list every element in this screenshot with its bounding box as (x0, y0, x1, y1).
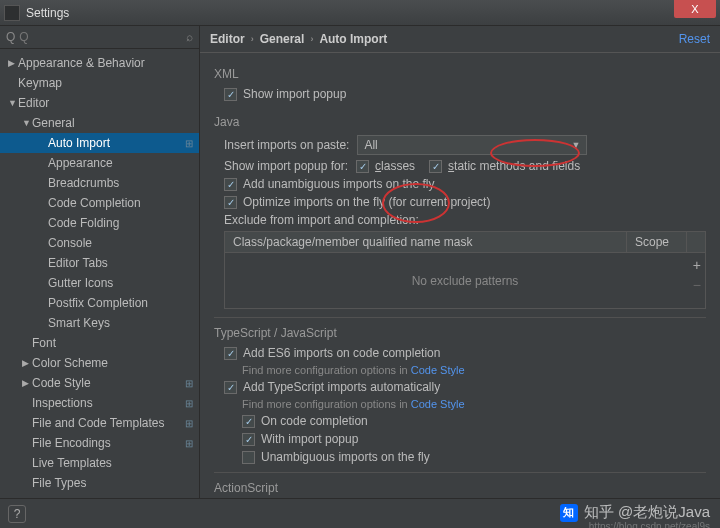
tree-item-editor-tabs[interactable]: Editor Tabs (0, 253, 199, 273)
settings-form: XML Show import popup Java Insert import… (200, 53, 720, 498)
titlebar: Settings X (0, 0, 720, 26)
tree-label: Font (32, 336, 56, 350)
breadcrumb: Editor › General › Auto Import Reset (200, 26, 720, 53)
tree-item-file-types[interactable]: File Types (0, 473, 199, 493)
tree-label: Inspections (32, 396, 93, 410)
tree-arrow-icon: ▼ (8, 98, 18, 108)
config-icon: ⊞ (185, 438, 193, 449)
ts-auto-checkbox[interactable] (224, 381, 237, 394)
tree-label: Editor Tabs (48, 256, 108, 270)
tree-item-file-encodings[interactable]: File Encodings⊞ (0, 433, 199, 453)
unambiguous-fly-checkbox[interactable] (242, 451, 255, 464)
search-icon: Q (6, 30, 15, 44)
tree-label: Smart Keys (48, 316, 110, 330)
search-bar: Q ⌕ (0, 26, 199, 49)
settings-tree: ▶Appearance & BehaviorKeymap▼Editor▼Gene… (0, 49, 199, 498)
help-button[interactable]: ? (8, 505, 26, 523)
tree-item-code-folding[interactable]: Code Folding (0, 213, 199, 233)
window-title: Settings (26, 6, 674, 20)
code-style-link-2[interactable]: Code Style (411, 398, 465, 410)
static-label: static methods and fields (448, 159, 580, 173)
es6-imports-label: Add ES6 imports on code completion (243, 346, 440, 360)
config-icon: ⊞ (185, 138, 193, 149)
search-filter-icon[interactable]: ⌕ (186, 30, 193, 44)
tree-arrow-icon: ▶ (8, 58, 18, 68)
tree-label: Code Style (32, 376, 91, 390)
tree-item-appearance-behavior[interactable]: ▶Appearance & Behavior (0, 53, 199, 73)
section-actionscript: ActionScript (214, 481, 706, 495)
crumb-auto-import: Auto Import (319, 32, 387, 46)
section-java: Java (214, 115, 706, 129)
with-popup-label: With import popup (261, 432, 358, 446)
on-completion-checkbox[interactable] (242, 415, 255, 428)
close-button[interactable]: X (674, 0, 716, 18)
app-icon (4, 5, 20, 21)
tree-label: Android Layout Editor (32, 496, 147, 498)
crumb-general[interactable]: General (260, 32, 305, 46)
config-icon: ⊞ (185, 418, 193, 429)
es6-imports-checkbox[interactable] (224, 347, 237, 360)
tree-label: Console (48, 236, 92, 250)
sidebar: Q ⌕ ▶Appearance & BehaviorKeymap▼Editor▼… (0, 26, 200, 498)
tree-item-font[interactable]: Font (0, 333, 199, 353)
section-xml: XML (214, 67, 706, 81)
static-checkbox[interactable] (429, 160, 442, 173)
tree-item-auto-import[interactable]: Auto Import⊞ (0, 133, 199, 153)
code-style-link[interactable]: Code Style (411, 364, 465, 376)
optimize-imports-label: Optimize imports on the fly (for current… (243, 195, 490, 209)
xml-show-popup-label: Show import popup (243, 87, 346, 101)
tree-item-postfix-completion[interactable]: Postfix Completion (0, 293, 199, 313)
tree-label: Keymap (18, 76, 62, 90)
with-popup-checkbox[interactable] (242, 433, 255, 446)
tree-item-console[interactable]: Console (0, 233, 199, 253)
crumb-editor[interactable]: Editor (210, 32, 245, 46)
tree-label: File and Code Templates (32, 416, 165, 430)
content-panel: Editor › General › Auto Import Reset XML… (200, 26, 720, 498)
tree-item-file-and-code-templates[interactable]: File and Code Templates⊞ (0, 413, 199, 433)
unambiguous-fly-label: Unambiguous imports on the fly (261, 450, 430, 464)
tree-item-android-layout-editor[interactable]: Android Layout Editor (0, 493, 199, 498)
exclude-col-scope: Scope (627, 232, 687, 252)
classes-checkbox[interactable] (356, 160, 369, 173)
section-ts: TypeScript / JavaScript (214, 326, 706, 340)
tree-label: Color Scheme (32, 356, 108, 370)
insert-imports-value: All (364, 138, 377, 152)
tree-item-gutter-icons[interactable]: Gutter Icons (0, 273, 199, 293)
insert-imports-select[interactable]: All ▼ (357, 135, 587, 155)
divider (214, 317, 706, 318)
tree-label: Gutter Icons (48, 276, 113, 290)
exclude-label: Exclude from import and completion: (224, 213, 419, 227)
tree-label: General (32, 116, 75, 130)
tree-label: Editor (18, 96, 49, 110)
config-icon: ⊞ (185, 398, 193, 409)
tree-item-live-templates[interactable]: Live Templates (0, 453, 199, 473)
tree-item-keymap[interactable]: Keymap (0, 73, 199, 93)
tree-item-inspections[interactable]: Inspections⊞ (0, 393, 199, 413)
optimize-imports-checkbox[interactable] (224, 196, 237, 209)
remove-exclude-button[interactable]: − (693, 277, 701, 293)
add-unambiguous-label: Add unambiguous imports on the fly (243, 177, 434, 191)
tree-label: Appearance & Behavior (18, 56, 145, 70)
tree-item-code-completion[interactable]: Code Completion (0, 193, 199, 213)
tree-item-breadcrumbs[interactable]: Breadcrumbs (0, 173, 199, 193)
classes-label: cclasseslasses (375, 159, 415, 173)
xml-show-popup-checkbox[interactable] (224, 88, 237, 101)
chevron-right-icon: › (251, 34, 254, 44)
tree-item-editor[interactable]: ▼Editor (0, 93, 199, 113)
tree-item-appearance[interactable]: Appearance (0, 153, 199, 173)
tree-item-code-style[interactable]: ▶Code Style⊞ (0, 373, 199, 393)
config-icon: ⊞ (185, 378, 193, 389)
tree-item-color-scheme[interactable]: ▶Color Scheme (0, 353, 199, 373)
statusbar: ? (0, 498, 720, 528)
tree-label: File Encodings (32, 436, 111, 450)
tree-item-general[interactable]: ▼General (0, 113, 199, 133)
tree-item-smart-keys[interactable]: Smart Keys (0, 313, 199, 333)
exclude-empty-text: No exclude patterns (412, 274, 519, 288)
tree-label: Postfix Completion (48, 296, 148, 310)
reset-link[interactable]: Reset (679, 32, 710, 46)
add-unambiguous-checkbox[interactable] (224, 178, 237, 191)
search-input[interactable] (19, 30, 186, 44)
add-exclude-button[interactable]: + (693, 257, 701, 273)
divider (214, 472, 706, 473)
es6-hint: Find more configuration options in Code … (242, 364, 706, 376)
